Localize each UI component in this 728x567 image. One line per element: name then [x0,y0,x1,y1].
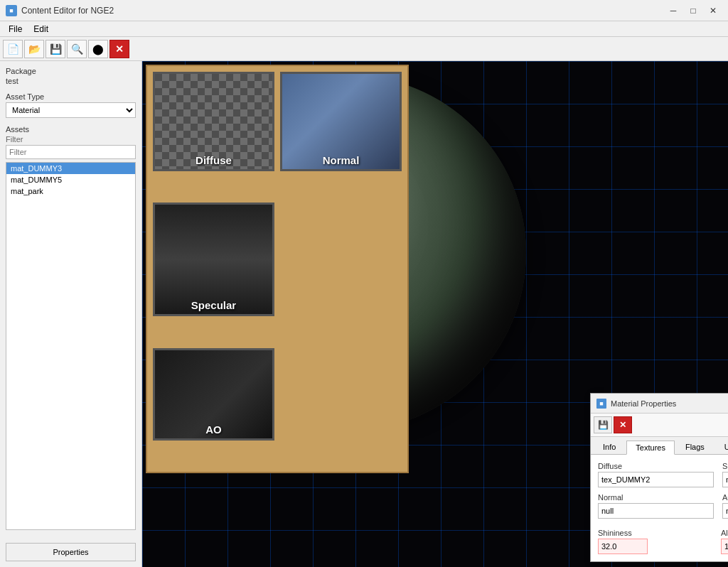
asset-item-2[interactable]: mat_park [6,185,135,197]
dialog-cancel-button[interactable]: ✕ [614,416,632,433]
ao-field-input[interactable] [722,503,728,519]
normal-field-input[interactable] [598,503,714,519]
material-props-dialog: ■ Material Properties ✕ 💾 ✕ Info Texture… [590,393,728,562]
properties-button[interactable]: Properties [6,543,136,561]
texture-slot-normal[interactable]: Normal [280,72,402,171]
window-controls: ─ □ ✕ [664,4,722,18]
toolbar: 📄 📂 💾 🔍 ⬤ ✕ [0,37,728,61]
assets-section: Assets Filter mat_DUMMY3 mat_DUMMY5 mat_… [6,125,136,530]
shininess-alpha-row: Shininess Alpha [598,529,728,554]
assets-label: Assets [6,125,136,134]
browse-button[interactable]: 🔍 [67,40,87,58]
sidebar: Package test Asset Type Material Mesh Te… [0,61,142,567]
maximize-button[interactable]: □ [684,4,702,18]
menu-edit[interactable]: Edit [28,23,54,36]
canvas-area: Diffuse Normal Specular AO ■ [142,61,728,567]
close-button[interactable]: ✕ [704,4,722,18]
title-bar: ■ Content Editor for NGE2 ─ □ ✕ [0,0,728,21]
ao-field-label: AO [722,493,728,502]
minimize-button[interactable]: ─ [664,4,682,18]
shininess-field-group: Shininess [598,529,715,554]
save-button[interactable]: 💾 [46,40,65,58]
diffuse-label: Diffuse [155,154,272,166]
specular-texture-image [155,205,272,314]
dialog-icon: ■ [596,399,606,409]
filter-input[interactable] [6,145,136,159]
dialog-tabs: Info Textures Flags UV [591,437,728,455]
dialog-save-button[interactable]: 💾 [594,416,612,433]
normal-field-group: Normal [598,493,714,519]
package-label: Package [6,67,136,75]
dialog-toolbar: 💾 ✕ [591,414,728,437]
ao-field-group: AO [722,493,728,519]
app-icon: ■ [6,5,17,16]
tab-info[interactable]: Info [594,440,625,454]
shininess-input[interactable] [598,539,648,554]
normal-label: Normal [282,154,400,166]
specular-field-label: Specular [722,462,728,470]
alpha-input[interactable] [721,539,728,554]
texture-slot-ao[interactable]: AO [153,348,274,441]
alpha-label: Alpha [721,529,728,537]
texture-slot-diffuse[interactable]: Diffuse [153,72,274,171]
specular-field-input[interactable] [722,472,728,487]
menu-bar: File Edit [0,21,728,37]
cancel-button[interactable]: ✕ [109,40,129,58]
dialog-content: Diffuse Specular Normal AO [591,455,728,526]
specular-label: Specular [155,299,272,311]
diffuse-field-input[interactable] [598,472,714,487]
texture-slot-specular[interactable]: Specular [153,202,274,316]
circle-button[interactable]: ⬤ [88,40,108,58]
tab-flags[interactable]: Flags [676,440,714,454]
package-value: test [6,77,136,85]
normal-field-label: Normal [598,493,714,502]
new-button[interactable]: 📄 [3,40,23,58]
filter-label: Filter [6,135,136,144]
ao-label: AO [155,423,272,436]
specular-field-group: Specular [722,462,728,487]
menu-file[interactable]: File [3,23,28,36]
open-button[interactable]: 📂 [24,40,44,58]
asset-type-select[interactable]: Material Mesh Texture Sound [6,102,136,118]
alpha-field-group: Alpha [721,529,728,554]
main-layout: Package test Asset Type Material Mesh Te… [0,61,728,567]
asset-item-1[interactable]: mat_DUMMY5 [6,174,135,185]
app-title: Content Editor for NGE2 [21,6,114,16]
asset-type-section: Asset Type Material Mesh Texture Sound [6,92,136,118]
asset-type-label: Asset Type [6,92,136,101]
shininess-label: Shininess [598,529,715,537]
diffuse-field-group: Diffuse [598,462,714,487]
diffuse-field-label: Diffuse [598,462,714,470]
texture-panel: Diffuse Normal Specular AO [146,65,409,473]
tab-uv[interactable]: UV [715,440,728,454]
dialog-title-bar: ■ Material Properties ✕ [591,394,728,414]
asset-list: mat_DUMMY3 mat_DUMMY5 mat_park [6,162,136,530]
dialog-title: Material Properties [611,399,676,408]
tab-textures[interactable]: Textures [626,441,675,455]
asset-item-0[interactable]: mat_DUMMY3 [6,163,135,174]
package-section: Package test [6,67,136,85]
dialog-bottom-section: Shininess Alpha [591,526,728,561]
